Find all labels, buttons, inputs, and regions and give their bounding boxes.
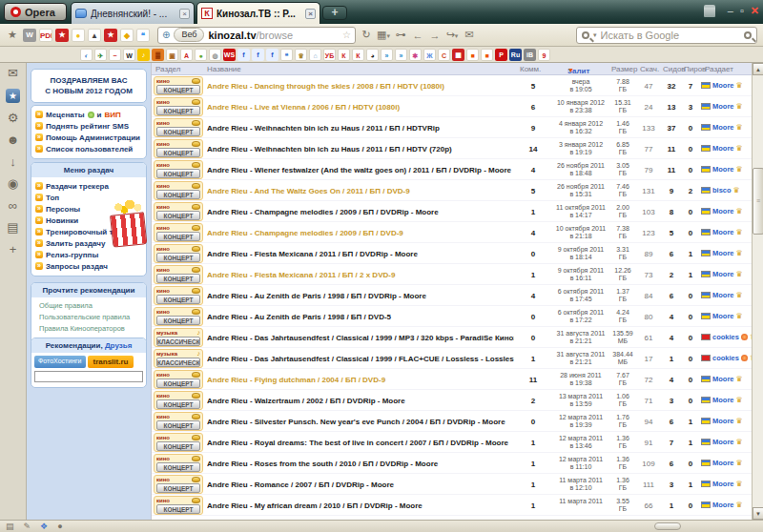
bookmark-favicon[interactable]: P (495, 49, 507, 61)
downloads-icon[interactable]: ↓ (10, 155, 16, 169)
menu-item[interactable]: »Запросы раздач (35, 260, 143, 272)
contacts-icon[interactable]: ☻ (7, 133, 20, 147)
bookmark-favicon[interactable]: ✱ (409, 49, 422, 61)
tab-kinozal[interactable]: К Кинозал.ТВ :: Р... × (196, 2, 320, 24)
bookmark-favicon[interactable]: WS (223, 49, 236, 61)
torrent-title-link[interactable]: Andre Rieu - Silvester Punsch. New year'… (207, 418, 514, 426)
bookmark-favicon[interactable]: A (180, 49, 193, 61)
add-bookmark-icon[interactable]: ☆ (342, 30, 351, 40)
scroll-down-icon[interactable]: ▼ (753, 507, 763, 520)
category-badge[interactable]: киноКОНЦЕРТ (154, 496, 203, 515)
images-toggle-icon[interactable]: ▦▾ (377, 29, 390, 41)
category-badge[interactable]: киноКОНЦЕРТ (154, 307, 203, 326)
translit-button[interactable]: translit.ru (88, 356, 134, 368)
uploader-link[interactable]: bisco (712, 186, 732, 194)
horizontal-scrollbar-thumb[interactable] (654, 522, 681, 530)
bookmark-favicon[interactable]: ▓ (152, 49, 164, 61)
torrent-title-link[interactable]: Andre Rieu - Fiesta Mexicana / 2011 / БП… (207, 271, 514, 279)
search-engine-dropdown-icon[interactable]: ▾ (593, 31, 597, 39)
quick-bookmark-icon[interactable]: ● (72, 29, 85, 42)
uploader-link[interactable]: Moore (712, 207, 734, 215)
search-go-icon[interactable] (744, 31, 752, 39)
col-nazvanie[interactable]: Название (207, 65, 241, 73)
uploader-link[interactable]: Moore (712, 270, 734, 278)
uploader-link[interactable]: Moore (712, 165, 734, 174)
quick-bookmark-icon[interactable]: ★ (104, 29, 117, 42)
category-badge[interactable]: музыка♪КЛАССИЧЕСКАЯ (154, 349, 203, 368)
category-badge[interactable]: киноКОНЦЕРТ (154, 97, 203, 116)
bookmark-favicon[interactable]: ◐ (80, 49, 93, 61)
back-icon[interactable]: ← (411, 30, 424, 41)
uploader-link[interactable]: Moore (712, 291, 734, 299)
mail-toolbar-icon[interactable]: ✉ (463, 29, 476, 41)
torrent-title-link[interactable]: Andre Rieu - And The Waltz Goes On / 201… (207, 187, 514, 195)
menu-item[interactable]: »Раздачи трекера (35, 180, 143, 192)
bookmark-favicon[interactable]: ♪ (137, 49, 150, 61)
bookmark-favicon[interactable]: ◕ (366, 49, 379, 61)
bookmark-favicon[interactable]: К (338, 49, 350, 61)
bookmark-favicon[interactable]: » (381, 49, 393, 61)
uploader-link[interactable]: Moore (712, 459, 734, 467)
category-badge[interactable]: киноКОНЦЕРТ (154, 223, 203, 242)
trash-icon[interactable] (704, 5, 715, 17)
url-text[interactable]: kinozal.tv/browse (208, 30, 339, 41)
uploader-link[interactable]: Moore (712, 123, 734, 132)
search-field[interactable]: ▾ Искать в Google (576, 27, 757, 44)
bookmark-favicon[interactable]: ✈ (94, 49, 107, 61)
quick-bookmark-icon[interactable]: ★ (55, 29, 69, 42)
tab-close-icon[interactable]: × (305, 9, 316, 19)
category-badge[interactable]: киноКОНЦЕРТ (154, 202, 203, 221)
bookmark-favicon[interactable]: ~ (109, 49, 121, 61)
uploader-link[interactable]: Moore (712, 81, 734, 90)
bookmark-favicon[interactable]: iB (524, 49, 536, 61)
menu-item[interactable]: »Релиз-группы (35, 249, 143, 260)
new-tab-button[interactable]: + (322, 6, 347, 20)
torrent-title-link[interactable]: Andre Rieu - Das Jahrtausendfest / Class… (207, 334, 514, 342)
bookmark-favicon[interactable]: ♛ (295, 49, 307, 61)
sidebar-link[interactable]: »Помощь Администрации (35, 132, 143, 143)
photo-hosting-button[interactable]: ФотоХостинги (34, 356, 86, 368)
bookmark-favicon[interactable]: ▣ (166, 49, 178, 61)
torrent-title-link[interactable]: Andre Rieu - Champagne melodies / 2009 /… (207, 208, 514, 216)
status-circle-icon[interactable]: ● (57, 521, 62, 532)
fast-forward-icon[interactable]: ↪▾ (445, 29, 459, 41)
col-skach[interactable]: Скач. (640, 65, 659, 73)
torrent-title-link[interactable]: Andre Rieu - Roses from the south / 2010… (207, 460, 514, 468)
bookmark-favicon[interactable]: ⌂ (309, 49, 321, 61)
uploader-link[interactable]: Moore (712, 312, 734, 320)
col-razdel[interactable]: Раздел (155, 65, 180, 73)
category-badge[interactable]: киноКОНЦЕРТ (154, 265, 203, 284)
quick-bookmark-icon[interactable]: PDF (39, 29, 52, 42)
wand-password-icon[interactable]: ⊶ (394, 29, 407, 41)
torrent-title-link[interactable]: Andre Rieu - Live at Vienna / 2006 / БП … (207, 103, 514, 112)
torrent-title-link[interactable]: Andre Rieu - Au Zenith de Paris / 1998 /… (207, 292, 514, 300)
torrent-title-link[interactable]: Andre Rieu - Champagne melodies / 2009 /… (207, 229, 514, 237)
category-badge[interactable]: киноКОНЦЕРТ (154, 370, 203, 389)
reload-icon[interactable]: ↻ (360, 29, 373, 41)
category-badge[interactable]: киноКОНЦЕРТ (154, 454, 203, 473)
uploader-link[interactable]: Moore (712, 438, 734, 446)
opera-menu-button[interactable]: Opera (4, 3, 67, 21)
forward-icon[interactable]: → (428, 30, 442, 41)
torrent-title-link[interactable]: Andre Rieu - Weihnachten bin ich zu Haus… (207, 145, 514, 153)
bookmark-favicon[interactable]: ■ (466, 49, 479, 61)
sidebar-link[interactable]: »МеценатыиВИП (35, 109, 143, 120)
bookmark-favicon[interactable]: » (395, 49, 407, 61)
bookmark-star-icon[interactable]: ★ (6, 29, 19, 41)
address-field[interactable]: ⊕ Веб kinozal.tv/browse ☆ (157, 27, 356, 44)
scroll-up-icon[interactable]: ▲ (753, 63, 763, 75)
uploader-link[interactable]: Moore (712, 102, 734, 111)
web-badge[interactable]: Веб (174, 28, 204, 42)
uploader-link[interactable]: Moore (712, 417, 734, 425)
category-badge[interactable]: киноКОНЦЕРТ (154, 139, 203, 158)
bookmarks-icon[interactable]: ★ (6, 89, 20, 103)
bookmark-favicon[interactable]: ▦ (452, 49, 464, 61)
category-badge[interactable]: киноКОНЦЕРТ (154, 244, 203, 263)
uploader-link[interactable]: Moore (712, 501, 734, 509)
torrent-title-link[interactable]: Andre Rieu - Walzertraum / 2002 / БП / D… (207, 397, 514, 405)
col-komm[interactable]: Комм. (520, 65, 541, 73)
category-badge[interactable]: киноКОНЦЕРТ (154, 412, 203, 431)
col-pirov[interactable]: Пиров (684, 65, 706, 73)
category-badge[interactable]: киноКОНЦЕРТ (154, 475, 203, 494)
links-icon[interactable]: ∞ (9, 199, 17, 213)
